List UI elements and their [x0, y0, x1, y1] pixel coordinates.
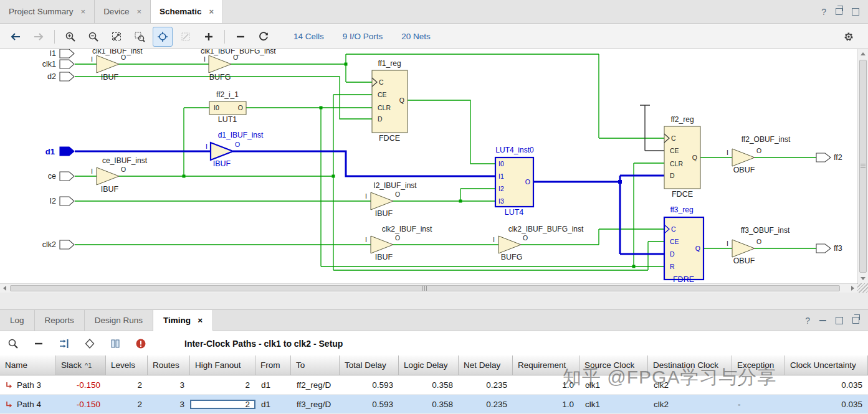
tab-design-runs[interactable]: Design Runs — [85, 310, 153, 331]
requirement-cell[interactable]: 1.0 — [513, 380, 579, 390]
col-header-clock-uncertainty[interactable]: Clock Uncertainty — [785, 355, 868, 375]
float-window-icon[interactable] — [836, 8, 842, 15]
port-i1[interactable]: I1 — [50, 49, 74, 58]
cell-ff2-i-1-lut1[interactable]: ff2_i_1 LUT1 I0 O — [209, 90, 246, 124]
levels-cell[interactable]: 2 — [106, 400, 148, 409]
total-delay-cell[interactable]: 0.593 — [340, 400, 399, 409]
exception-cell[interactable]: - — [732, 380, 785, 390]
settings-gear-button[interactable] — [839, 27, 858, 46]
clock-uncertainty-cell[interactable]: 0.035 — [785, 400, 868, 409]
close-icon[interactable]: × — [198, 316, 203, 325]
table-row-path4-selected[interactable]: Path 4 -0.150 2 3 2 d1 ff3_reg/D 0.593 0… — [0, 395, 868, 414]
clock-uncertainty-cell[interactable]: 0.035 — [785, 380, 868, 390]
path-name-cell[interactable]: Path 3 — [0, 380, 56, 390]
scroll-left-button[interactable] — [0, 284, 9, 293]
horizontal-scrollbar[interactable] — [0, 283, 857, 293]
maximize-icon[interactable] — [852, 8, 859, 16]
logic-delay-cell[interactable]: 0.358 — [399, 380, 459, 390]
tab-log[interactable]: Log — [0, 310, 35, 331]
fit-selection-button[interactable] — [176, 27, 195, 46]
col-header-net-delay[interactable]: Net Delay — [459, 355, 513, 375]
cell-clk2-bufg[interactable]: clk2_IBUF_BUFG_inst BUFG I O — [493, 225, 584, 261]
regenerate-button[interactable] — [254, 27, 273, 46]
tab-schematic[interactable]: Schematic × — [151, 0, 223, 23]
cell-i2-ibuf[interactable]: I2_IBUF_inst IBUF I O — [365, 181, 417, 218]
help-icon[interactable]: ? — [821, 7, 826, 17]
col-header-destination-clock[interactable]: Destination Clock — [648, 355, 732, 375]
search-icon[interactable] — [7, 338, 19, 349]
help-icon[interactable]: ? — [805, 316, 810, 326]
routes-cell[interactable]: 3 — [148, 400, 190, 409]
destination-clock-cell[interactable]: clk2 — [648, 380, 732, 390]
net-const-tie[interactable] — [640, 105, 664, 151]
maximize-icon[interactable] — [836, 317, 843, 324]
critical-warning-icon[interactable] — [135, 338, 146, 349]
tab-project-summary[interactable]: Project Summary × — [0, 0, 95, 23]
close-icon[interactable]: × — [136, 7, 141, 16]
cell-ff3-reg-selected[interactable]: ff3_reg FDRE C CE D R Q — [664, 205, 703, 283]
collapse-icon[interactable] — [33, 338, 44, 349]
nets-link[interactable]: 20 Nets — [401, 32, 431, 41]
port-ce[interactable]: ce — [48, 172, 74, 181]
high-fanout-cell[interactable]: 2 — [190, 380, 255, 390]
requirement-cell[interactable]: 1.0 — [513, 400, 579, 409]
to-cell[interactable]: ff2_reg/D — [291, 380, 340, 390]
horizontal-scroll-thumb[interactable] — [10, 285, 840, 291]
trace-path-icon[interactable] — [59, 338, 70, 349]
port-i2[interactable]: I2 — [50, 197, 74, 205]
report-columns-icon[interactable] — [110, 338, 121, 349]
cell-ff2-obuf[interactable]: ff2_OBUF_inst OBUF I O — [727, 135, 791, 174]
from-cell[interactable]: d1 — [255, 400, 291, 409]
schematic-canvas[interactable]: I1 clk1 d2 d1 ce I2 — [0, 49, 868, 293]
scroll-up-button[interactable] — [858, 49, 868, 59]
source-clock-cell[interactable]: clk1 — [579, 400, 648, 409]
net-ff1-q[interactable] — [408, 100, 495, 164]
high-fanout-cell-focused[interactable]: 2 — [190, 400, 255, 409]
float-window-icon[interactable] — [852, 317, 859, 324]
tab-device[interactable]: Device × — [95, 0, 151, 23]
close-icon[interactable]: × — [209, 7, 214, 16]
forward-button[interactable] — [29, 27, 48, 46]
col-header-exception[interactable]: Exception — [732, 355, 785, 375]
routes-cell[interactable]: 3 — [148, 380, 190, 390]
schematic-svg[interactable]: I1 clk1 d2 d1 ce I2 — [0, 49, 857, 283]
expand-plus-button[interactable] — [199, 27, 218, 46]
scroll-down-button[interactable] — [858, 274, 868, 283]
port-clk1[interactable]: clk1 — [42, 60, 74, 68]
view-path-icon[interactable] — [84, 338, 95, 349]
col-header-to[interactable]: To — [291, 355, 340, 375]
port-ff2[interactable]: ff2 — [816, 153, 842, 162]
col-header-high-fanout[interactable]: High Fanout — [190, 355, 255, 375]
port-d1-selected[interactable]: d1 — [45, 147, 74, 156]
zoom-selection-button[interactable] — [130, 27, 149, 46]
to-cell[interactable]: ff3_reg/D — [291, 400, 340, 409]
cell-ff1-reg[interactable]: ff1_reg FDCE C CE CLR D Q — [372, 59, 408, 143]
net-delay-cell[interactable]: 0.235 — [459, 380, 513, 390]
table-row-path3[interactable]: Path 3 -0.150 2 3 2 d1 ff2_reg/D 0.593 0… — [0, 375, 868, 395]
levels-cell[interactable]: 2 — [106, 380, 148, 390]
col-header-slack[interactable]: Slack ^1 — [56, 355, 106, 375]
from-cell[interactable]: d1 — [255, 380, 291, 390]
col-header-levels[interactable]: Levels — [106, 355, 148, 375]
net-clk1[interactable] — [75, 54, 664, 138]
tab-timing[interactable]: Timing × — [153, 310, 213, 331]
net-delay-cell[interactable]: 0.235 — [459, 400, 513, 409]
total-delay-cell[interactable]: 0.593 — [340, 380, 399, 390]
cells-link[interactable]: 14 Cells — [293, 32, 324, 41]
net-i2[interactable] — [75, 189, 495, 201]
destination-clock-cell[interactable]: clk2 — [648, 400, 732, 409]
back-button[interactable] — [6, 27, 25, 46]
slack-cell[interactable]: -0.150 — [56, 400, 106, 409]
cell-ff3-obuf[interactable]: ff3_OBUF_inst OBUF I O — [727, 226, 790, 265]
exception-cell[interactable]: - — [732, 400, 785, 409]
collapse-minus-button[interactable] — [231, 27, 250, 46]
cell-d1-ibuf-selected[interactable]: d1_IBUF_inst IBUF I O — [206, 131, 264, 168]
net-rst[interactable] — [246, 108, 664, 266]
autofit-selection-button[interactable] — [153, 27, 172, 46]
col-header-routes[interactable]: Routes — [148, 355, 190, 375]
cell-ce-ibuf[interactable]: ce_IBUF_inst IBUF I O — [91, 156, 148, 194]
close-icon[interactable]: × — [81, 7, 86, 16]
cell-lut4-inst0-selected[interactable]: LUT4_inst0 LUT4 I0 I1 I2 I3 O — [495, 146, 534, 217]
minimize-icon[interactable] — [819, 320, 826, 321]
col-header-name[interactable]: Name — [0, 355, 56, 375]
